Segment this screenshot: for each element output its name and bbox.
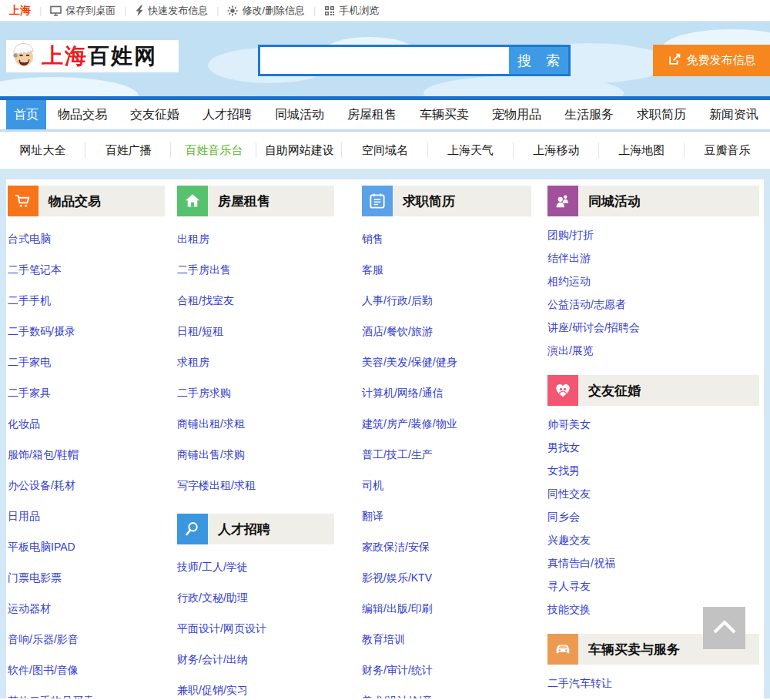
category-link[interactable]: 音响/乐器/影音 <box>8 633 79 647</box>
category-link[interactable]: 技能交换 <box>547 603 591 617</box>
category-link[interactable]: 其他二手物品买卖 <box>8 695 94 698</box>
subnav-link[interactable]: 百姓音乐台 <box>171 132 256 169</box>
list-item: 酒店/餐饮/旅游 <box>362 317 547 347</box>
subnav-link[interactable]: 上海移动 <box>514 132 599 169</box>
subnav-link[interactable]: 上海天气 <box>428 132 514 169</box>
category-link[interactable]: 办公设备/耗材 <box>8 479 75 493</box>
free-post-button[interactable]: 免费发布信息 <box>653 45 770 76</box>
site-logo[interactable]: 上海 百姓网 <box>6 40 179 72</box>
category-link[interactable]: 团购/打折 <box>547 229 594 243</box>
category-link[interactable]: 家政保洁/安保 <box>362 541 430 554</box>
category-link[interactable]: 司机 <box>362 479 383 493</box>
category-link[interactable]: 二手数码/摄录 <box>8 325 75 339</box>
nav-tab[interactable]: 人才招聘 <box>191 100 263 129</box>
category-link[interactable]: 帅哥美女 <box>547 418 591 432</box>
category-link[interactable]: 男找女 <box>547 441 580 455</box>
category-link[interactable]: 酒店/餐饮/旅游 <box>362 325 433 339</box>
topbar-link[interactable]: 修改/删除信息 <box>227 4 305 18</box>
category-link-list: 出租房 二手房出售 合租/找室友 日租/短租 求租房 二手房求购 商铺出租/求租… <box>177 219 362 501</box>
subnav-link[interactable]: 空间域名 <box>342 132 427 169</box>
category-link[interactable]: 化妆品 <box>8 417 40 431</box>
category-link[interactable]: 演出/展览 <box>547 344 594 358</box>
category-link[interactable]: 商铺出租/求租 <box>177 417 245 431</box>
category-link[interactable]: 翻译 <box>362 510 383 524</box>
list-item: 客服 <box>362 255 547 286</box>
category-link[interactable]: 销售 <box>362 233 383 246</box>
category-link[interactable]: 相约运动 <box>547 275 591 289</box>
nav-tab[interactable]: 首页 <box>6 100 46 129</box>
category-link[interactable]: 寻人寻友 <box>547 580 591 594</box>
search-button[interactable]: 搜 索 <box>509 47 568 74</box>
category-link[interactable]: 兼职/促销/实习 <box>177 684 248 698</box>
topbar-link[interactable]: 手机浏览 <box>324 4 379 18</box>
category-link[interactable]: 日用品 <box>8 510 40 524</box>
nav-tab[interactable]: 生活服务 <box>553 100 625 129</box>
category-link[interactable]: 合租/找室友 <box>177 294 234 308</box>
category-link[interactable]: 服饰/箱包/鞋帽 <box>8 448 79 462</box>
subnav-link[interactable]: 上海地图 <box>599 132 685 169</box>
category-link[interactable]: 女找男 <box>547 464 580 478</box>
category-link[interactable]: 人事/行政/后勤 <box>362 294 433 308</box>
category-link[interactable]: 二手房出售 <box>177 263 231 277</box>
category-link[interactable]: 影视/娱乐/KTV <box>362 571 432 585</box>
list-item: 其他二手物品买卖 <box>8 686 177 698</box>
category-link[interactable]: 财务/审计/统计 <box>362 664 433 678</box>
nav-tab[interactable]: 交友征婚 <box>119 100 191 129</box>
site-header: 上海 百姓网 搜 索 免费发布信息 <box>0 22 770 96</box>
category-link[interactable]: 技师/工人/学徒 <box>177 561 248 574</box>
category-link[interactable]: 普工/技工/生产 <box>362 448 433 462</box>
category-link[interactable]: 求租房 <box>177 356 209 370</box>
search-input[interactable] <box>260 47 509 74</box>
nav-tab[interactable]: 车辆买卖 <box>408 100 480 129</box>
nav-tab[interactable]: 新闻资讯 <box>698 100 770 129</box>
topbar-link[interactable]: 快速发布信息 <box>135 4 208 18</box>
category-link[interactable]: 二手家具 <box>8 387 51 400</box>
category-link[interactable]: 美容/美发/保健/健身 <box>362 356 457 370</box>
category-link[interactable]: 台式电脑 <box>8 233 51 246</box>
category-link[interactable]: 财务/会计/出纳 <box>177 653 248 667</box>
category-link[interactable]: 教育培训 <box>362 633 405 647</box>
subnav-link[interactable]: 百姓广播 <box>85 132 171 169</box>
scroll-to-top-button[interactable] <box>703 607 745 649</box>
category-link[interactable]: 建筑/房产/装修/物业 <box>362 417 457 431</box>
category-link[interactable]: 二手手机 <box>8 294 51 308</box>
nav-tab[interactable]: 房屋租售 <box>336 100 408 129</box>
category-link[interactable]: 真情告白/祝福 <box>547 557 615 571</box>
nav-tab[interactable]: 物品交易 <box>46 100 119 129</box>
category-link[interactable]: 美术/设计/创意 <box>362 695 433 698</box>
category-link[interactable]: 行政/文秘/助理 <box>177 591 248 605</box>
category-link[interactable]: 讲座/研讨会/招聘会 <box>547 321 640 335</box>
category-link[interactable]: 出租房 <box>177 233 209 246</box>
category-link[interactable]: 二手房求购 <box>177 387 231 400</box>
category-link[interactable]: 编辑/出版/印刷 <box>362 602 433 616</box>
category-link[interactable]: 平面设计/网页设计 <box>177 622 266 636</box>
category-link[interactable]: 门票电影票 <box>8 571 62 585</box>
category-link[interactable]: 同性交友 <box>547 487 591 501</box>
category-link[interactable]: 公益活动/志愿者 <box>547 298 626 312</box>
category-link[interactable]: 结伴出游 <box>547 252 591 266</box>
category-link[interactable]: 同乡会 <box>547 511 580 524</box>
category-link[interactable]: 客服 <box>362 263 383 277</box>
category-link[interactable]: 二手汽车转让 <box>547 677 612 691</box>
subnav-link[interactable]: 豆瓣音乐 <box>685 132 770 169</box>
divider: | <box>124 5 126 16</box>
chevron-up-icon <box>711 618 738 638</box>
subnav-link[interactable]: 网址大全 <box>0 132 85 169</box>
category-link[interactable]: 运动器材 <box>8 602 51 616</box>
category-link[interactable]: 兴趣交友 <box>547 534 591 548</box>
category-link[interactable]: 计算机/网络/通信 <box>362 387 444 400</box>
topbar-link[interactable]: 保存到桌面 <box>50 4 116 18</box>
divider: | <box>39 5 42 16</box>
category-link[interactable]: 二手笔记本 <box>8 263 62 277</box>
category-link[interactable]: 软件/图书/音像 <box>8 664 79 678</box>
category-link[interactable]: 商铺出售/求购 <box>177 448 245 462</box>
category-link[interactable]: 平板电脑IPAD <box>8 541 75 554</box>
category-link[interactable]: 二手家电 <box>8 356 51 370</box>
nav-tab[interactable]: 宠物用品 <box>480 100 553 129</box>
city-selector[interactable]: 上海 <box>9 4 31 18</box>
category-link[interactable]: 写字楼出租/求租 <box>177 479 256 493</box>
nav-tab[interactable]: 求职简历 <box>625 100 698 129</box>
subnav-link[interactable]: 自助网站建设 <box>256 132 342 169</box>
category-link[interactable]: 日租/短租 <box>177 325 223 339</box>
nav-tab[interactable]: 同城活动 <box>263 100 336 129</box>
